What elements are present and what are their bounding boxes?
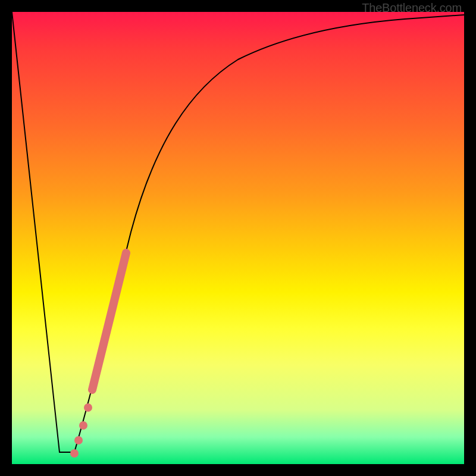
bottleneck-curve	[12, 12, 464, 452]
chart-container: TheBottleneck.com	[0, 0, 476, 476]
marker-dot	[70, 449, 79, 458]
marker-dot	[79, 421, 87, 430]
marker-dot	[84, 403, 92, 412]
plot-area	[12, 12, 464, 464]
marker-dot	[74, 436, 83, 444]
chart-svg	[12, 12, 464, 464]
attribution-label: TheBottleneck.com	[362, 1, 462, 15]
highlight-segment	[92, 253, 126, 390]
